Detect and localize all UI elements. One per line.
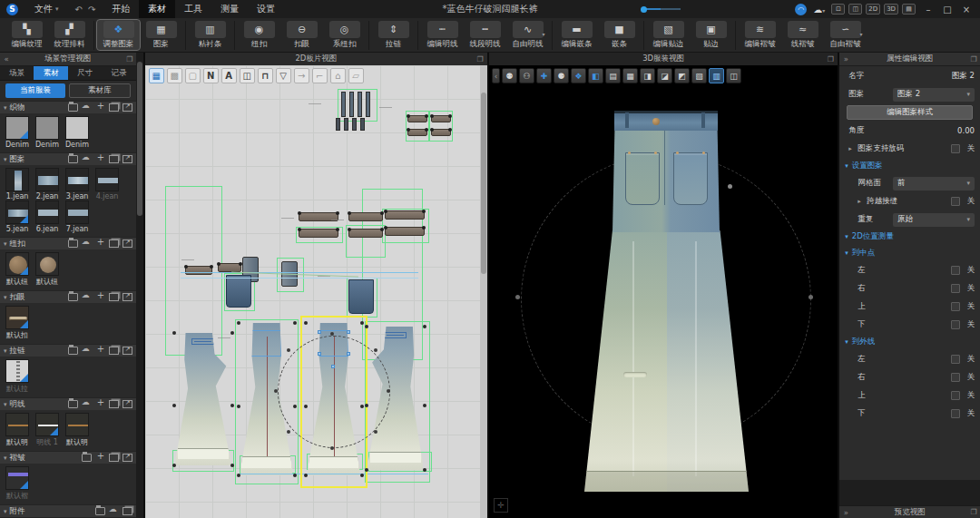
user-account-icon[interactable]: ◠ xyxy=(795,4,807,15)
ribbon-pattern-button[interactable]: ▦图案 xyxy=(140,20,182,50)
to-midpoint-checkbox-左[interactable] xyxy=(951,266,960,275)
waistband-piece[interactable] xyxy=(348,212,383,221)
ribbon-zipper-button[interactable]: ⇕拉链 xyxy=(372,20,415,50)
tab-素材[interactable]: 素材 xyxy=(34,66,67,80)
belt-loop-piece[interactable] xyxy=(352,118,357,131)
split-view-icon[interactable]: ◫ xyxy=(848,4,862,15)
cloud-icon[interactable] xyxy=(82,347,92,355)
copy-icon[interactable] xyxy=(109,239,119,248)
waistband-piece[interactable] xyxy=(407,115,427,122)
waist-button[interactable] xyxy=(652,118,660,125)
jeans-right-leg[interactable] xyxy=(667,230,749,492)
folder-icon[interactable] xyxy=(95,507,105,515)
selected-handle[interactable] xyxy=(347,330,350,334)
close-button[interactable]: × xyxy=(960,5,973,15)
section-header-褶皱[interactable]: ▾褶皱 xyxy=(0,451,136,464)
material-thumbnail[interactable] xyxy=(65,200,89,224)
selected-handle[interactable] xyxy=(347,352,350,356)
pocket-piece[interactable] xyxy=(348,279,374,314)
material-thumbnail[interactable] xyxy=(35,168,59,191)
plus-icon[interactable] xyxy=(95,293,105,301)
pocket-piece[interactable] xyxy=(226,275,251,308)
material-thumbnail[interactable] xyxy=(35,116,59,140)
to-outline-section[interactable]: ▾ 到外线 xyxy=(839,334,980,350)
ribbon-texture-nesting-button[interactable]: ▞纹理排料 xyxy=(48,20,91,50)
gizmo-point[interactable] xyxy=(287,348,290,352)
quality-slider[interactable] xyxy=(641,6,681,12)
pattern-point[interactable] xyxy=(304,474,308,477)
waistband-piece[interactable] xyxy=(218,263,241,272)
material-item[interactable]: 默认褶 xyxy=(5,466,30,501)
folder-icon[interactable] xyxy=(68,347,78,355)
trace-pattern-icon[interactable]: ⌂ xyxy=(330,68,346,83)
float-panel-icon[interactable]: ❐ xyxy=(823,55,838,64)
material-item[interactable]: Denim xyxy=(64,116,90,149)
selected-handle[interactable] xyxy=(318,352,321,356)
jeans-left-leg[interactable] xyxy=(584,230,667,492)
material-thumbnail[interactable] xyxy=(5,359,29,383)
material-item[interactable]: 默认纽 xyxy=(34,252,60,287)
gizmo-point[interactable] xyxy=(387,389,390,393)
pattern-point[interactable] xyxy=(237,321,240,325)
folder-icon[interactable] xyxy=(68,239,78,248)
pattern-point[interactable] xyxy=(237,474,240,477)
gizmo-point[interactable] xyxy=(274,389,278,393)
selected-handle[interactable] xyxy=(331,365,335,368)
waistband-piece[interactable] xyxy=(348,229,383,238)
folder-icon[interactable] xyxy=(68,103,78,112)
to-midpoint-checkbox-右[interactable] xyxy=(951,284,960,293)
cloud-icon[interactable] xyxy=(82,103,92,112)
pattern-point[interactable] xyxy=(365,404,368,407)
scrollbar-thumb[interactable] xyxy=(137,62,142,216)
drag-icon[interactable]: ▤ xyxy=(605,68,621,83)
section-header-纽扣[interactable]: ▾纽扣 xyxy=(0,237,136,249)
plus-icon[interactable] xyxy=(95,347,105,355)
float-panel-icon[interactable]: ❐ xyxy=(123,55,136,64)
to-midpoint-checkbox-下[interactable] xyxy=(951,320,960,329)
material-thumbnail[interactable] xyxy=(95,168,119,191)
ribbon-adjust-pattern-button[interactable]: ❖调整图案 xyxy=(97,20,140,50)
copy-icon[interactable] xyxy=(109,347,119,355)
material-item[interactable]: 2.jean xyxy=(34,168,60,200)
material-thumbnail[interactable] xyxy=(5,168,29,191)
jeans-right-pocket[interactable] xyxy=(673,152,708,205)
float-panel-icon[interactable]: ❐ xyxy=(967,508,980,516)
material-thumbnail[interactable] xyxy=(35,413,59,436)
pattern-point[interactable] xyxy=(365,325,368,328)
section-header-扣眼[interactable]: ▾扣眼 xyxy=(0,290,136,303)
undo-icon[interactable]: ↶ xyxy=(75,5,83,15)
to-outline-checkbox-上[interactable] xyxy=(951,391,960,400)
minimize-button[interactable]: – xyxy=(922,5,935,15)
ribbon-segment-topstitch-button[interactable]: ┅线段明线 xyxy=(464,20,506,50)
pattern-point[interactable] xyxy=(365,468,368,472)
material-item[interactable]: Denim xyxy=(5,116,30,149)
menu-开始[interactable]: 开始 xyxy=(103,0,139,18)
gizmo-point[interactable] xyxy=(330,332,334,336)
pose-icon[interactable]: ⚈ xyxy=(554,68,569,83)
menu-测量[interactable]: 测量 xyxy=(211,0,248,18)
show-pattern-icon[interactable]: ▧ xyxy=(691,68,707,83)
export-icon[interactable] xyxy=(122,400,132,408)
folder-icon[interactable] xyxy=(82,454,92,462)
material-item[interactable]: 5.jean xyxy=(5,200,30,233)
subtab-素材库[interactable]: 素材库 xyxy=(69,83,131,98)
annotation-a-icon[interactable]: A xyxy=(221,68,237,83)
jeans-waistband[interactable] xyxy=(614,111,718,131)
scrollbar-thumb[interactable] xyxy=(481,93,486,274)
material-item[interactable]: 默认拉 xyxy=(5,359,30,394)
ribbon-line-wrinkle-button[interactable]: ≈线褶皱 xyxy=(781,20,824,50)
garment-3d-canvas[interactable]: ✛ xyxy=(489,65,838,518)
to-midpoint-checkbox-上[interactable] xyxy=(951,302,960,311)
ribbon-edit-facing-button[interactable]: ▧编辑贴边 xyxy=(647,20,690,50)
plus-icon[interactable] xyxy=(95,155,105,163)
section-header-明线[interactable]: ▾明线 xyxy=(0,397,136,410)
material-item[interactable]: 7.jean xyxy=(64,200,90,233)
ribbon-edit-texture-button[interactable]: ▚编辑纹理 xyxy=(5,20,48,50)
ribbon-fusible-tape-button[interactable]: ▥粘衬条 xyxy=(189,20,231,50)
ribbon-buttonhole-button[interactable]: ⊖扣眼 xyxy=(280,20,323,50)
belt-loop-piece[interactable] xyxy=(366,92,370,117)
material-item[interactable]: 明线 1 xyxy=(34,413,60,447)
pattern-point[interactable] xyxy=(304,321,308,325)
pattern-point[interactable] xyxy=(423,468,426,472)
arrow-move-icon[interactable]: → xyxy=(294,68,309,83)
